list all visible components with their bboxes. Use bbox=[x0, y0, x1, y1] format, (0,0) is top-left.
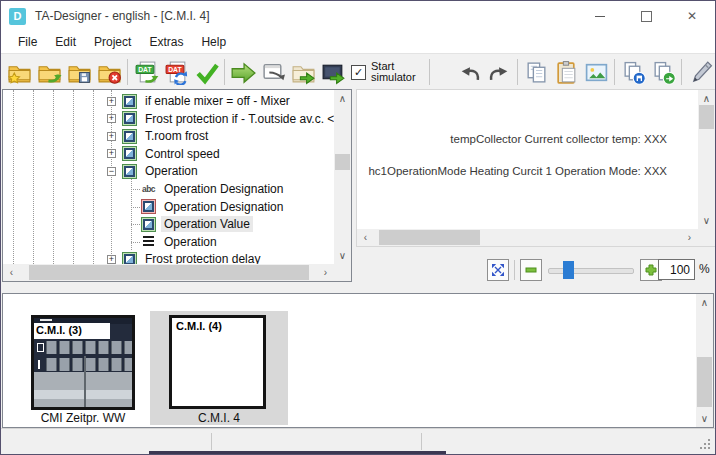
page-thumbnail-cmi3[interactable]: C.M.I. (3) bbox=[31, 315, 135, 410]
expand-toggle-icon[interactable]: + bbox=[107, 255, 116, 264]
scroll-left-icon[interactable]: ‹ bbox=[3, 264, 20, 281]
export-folder-button[interactable] bbox=[289, 57, 317, 87]
copy-save-icon bbox=[621, 60, 646, 85]
reload-dat-button[interactable]: DAT bbox=[162, 57, 190, 87]
undo-button[interactable] bbox=[455, 57, 483, 87]
tree-vertical-scrollbar[interactable]: ∧ ∨ bbox=[334, 90, 351, 264]
canvas-vertical-scrollbar[interactable]: ∧ ∨ bbox=[698, 90, 715, 229]
resize-grip-icon[interactable] bbox=[700, 439, 711, 450]
expand-toggle-icon[interactable]: − bbox=[107, 167, 116, 176]
display-green-icon bbox=[122, 146, 137, 161]
scrollbar-thumb[interactable] bbox=[335, 154, 350, 170]
menu-project[interactable]: Project bbox=[85, 33, 140, 51]
tree-item-label: Operation bbox=[142, 163, 201, 179]
close-button[interactable]: ✕ bbox=[669, 1, 715, 31]
expand-toggle-icon[interactable]: + bbox=[107, 97, 116, 106]
page-caption-cmi4[interactable]: C.M.I. 4 bbox=[150, 411, 288, 425]
open-dat-button[interactable]: DAT bbox=[132, 57, 160, 87]
scroll-right-icon[interactable]: › bbox=[317, 264, 334, 281]
scrollbar-thumb[interactable] bbox=[29, 265, 309, 280]
start-simulator-checkbox[interactable]: ✓ bbox=[351, 65, 366, 80]
tree-item[interactable]: Operation Value bbox=[4, 215, 334, 233]
pages-vertical-scrollbar[interactable]: ∧ ∨ bbox=[696, 294, 713, 427]
paste-icon bbox=[554, 60, 579, 85]
new-project-button[interactable] bbox=[5, 57, 33, 87]
menu-edit[interactable]: Edit bbox=[46, 33, 85, 51]
maximize-button[interactable] bbox=[623, 1, 669, 31]
page-thumbnail-cmi4[interactable]: C.M.I. (4) bbox=[169, 315, 266, 409]
expand-toggle-icon[interactable]: + bbox=[107, 149, 116, 158]
open-project-button[interactable] bbox=[35, 57, 63, 87]
scroll-up-icon[interactable]: ∧ bbox=[334, 90, 351, 107]
tree-item[interactable]: Operation bbox=[4, 233, 334, 251]
tree-horizontal-scrollbar[interactable]: ‹ › bbox=[3, 264, 334, 281]
tree-item[interactable]: +T.room frost bbox=[4, 127, 334, 145]
expand-toggle-icon[interactable]: + bbox=[107, 132, 116, 141]
scroll-up-icon[interactable]: ∧ bbox=[696, 294, 713, 311]
paste-button[interactable] bbox=[552, 57, 580, 87]
scrollbar-thumb[interactable] bbox=[697, 357, 712, 407]
save-project-button[interactable] bbox=[65, 57, 93, 87]
tree-item[interactable]: Operation Designation bbox=[4, 198, 334, 216]
tree-item-label: T.room frost bbox=[142, 128, 211, 144]
mini-marker bbox=[38, 360, 40, 369]
tree-item[interactable]: +Frost protection if - T.outside av.c. < bbox=[4, 110, 334, 128]
page-caption-cmi-zeitpr-ww[interactable]: CMI Zeitpr. WW bbox=[19, 411, 147, 425]
toolbar-separator bbox=[127, 59, 128, 85]
pen-tool-button[interactable] bbox=[686, 57, 714, 87]
page-title-cmi4: C.M.I. (4) bbox=[172, 318, 263, 332]
canvas-horizontal-scrollbar[interactable]: ‹ › bbox=[357, 229, 698, 246]
canvas-text-temp-collector[interactable]: tempCollector Current collector temp: XX… bbox=[450, 133, 667, 145]
tree-item-label: Frost protection delay bbox=[142, 251, 263, 264]
tree-item[interactable]: +Frost protection delay bbox=[4, 250, 334, 264]
copy-save-button[interactable] bbox=[619, 57, 647, 87]
scroll-down-icon[interactable]: ∨ bbox=[698, 212, 715, 229]
menu-extras[interactable]: Extras bbox=[140, 33, 192, 51]
insert-image-button[interactable] bbox=[582, 57, 610, 87]
copy-button[interactable] bbox=[522, 57, 550, 87]
zoom-value-input[interactable]: 100 bbox=[658, 259, 695, 280]
lines-icon bbox=[141, 234, 156, 249]
export-window-button[interactable] bbox=[259, 57, 287, 87]
tree-item[interactable]: +if enable mixer = off - Mixer bbox=[4, 92, 334, 110]
export-folder-icon bbox=[291, 60, 316, 85]
display-green-icon bbox=[122, 111, 137, 126]
copy-export-button[interactable] bbox=[649, 57, 677, 87]
window-edge bbox=[149, 451, 446, 454]
mini-divider bbox=[84, 356, 86, 407]
canvas-text-operation-mode[interactable]: hc1OperationMode Heating Curcit 1 Operat… bbox=[368, 165, 667, 177]
zoom-percent-label: % bbox=[699, 262, 710, 276]
minimize-button[interactable] bbox=[577, 1, 623, 31]
close-project-icon bbox=[97, 60, 122, 85]
scrollbar-thumb[interactable] bbox=[699, 105, 714, 129]
tree-item[interactable]: +Control speed bbox=[4, 145, 334, 163]
tree-item[interactable]: abcOperation Designation bbox=[4, 180, 334, 198]
close-project-button[interactable] bbox=[95, 57, 123, 87]
expand-toggle-icon[interactable]: + bbox=[107, 114, 116, 123]
menu-file[interactable]: File bbox=[9, 33, 46, 51]
scrollbar-thumb[interactable] bbox=[379, 230, 480, 245]
zoom-fit-button[interactable] bbox=[487, 259, 509, 281]
export-panel-button[interactable] bbox=[319, 57, 347, 87]
scroll-left-icon[interactable]: ‹ bbox=[357, 229, 374, 246]
tree-item-label: Operation Designation bbox=[161, 181, 286, 197]
title-bar: D TA-Designer - english - [C.M.I. 4] ✕ bbox=[1, 1, 715, 31]
element-tree-panel: +if enable mixer = off - Mixer+Frost pro… bbox=[2, 89, 352, 282]
export-run-button[interactable] bbox=[229, 57, 257, 87]
plus-icon bbox=[645, 264, 657, 276]
new-project-icon bbox=[7, 60, 32, 85]
redo-button[interactable] bbox=[485, 57, 513, 87]
zoom-slider-track[interactable] bbox=[548, 268, 634, 274]
scroll-down-icon[interactable]: ∨ bbox=[334, 247, 351, 264]
zoom-out-button[interactable] bbox=[520, 259, 542, 281]
scroll-right-icon[interactable]: › bbox=[681, 229, 698, 246]
tree-item[interactable]: −Operation bbox=[4, 162, 334, 180]
zoom-slider-thumb[interactable] bbox=[563, 261, 574, 279]
scroll-down-icon[interactable]: ∨ bbox=[696, 410, 713, 427]
menu-help[interactable]: Help bbox=[192, 33, 235, 51]
display-green-icon bbox=[122, 129, 137, 144]
start-simulator-label: Start simulator bbox=[371, 61, 423, 84]
apply-check-button[interactable] bbox=[192, 57, 220, 87]
toolbar: DAT DAT bbox=[1, 53, 715, 90]
start-simulator-group: ✓ Start simulator bbox=[351, 61, 423, 84]
